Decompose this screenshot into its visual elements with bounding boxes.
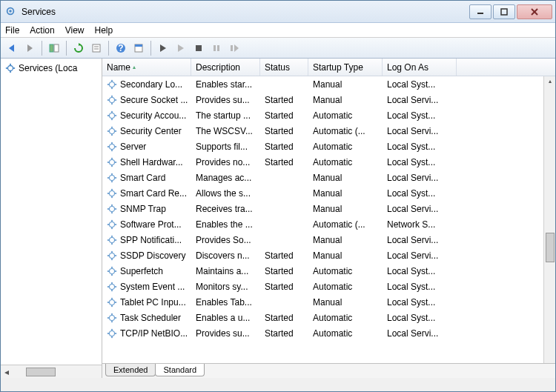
menu-view[interactable]: View bbox=[65, 25, 85, 36]
back-button[interactable] bbox=[4, 40, 20, 56]
service-row[interactable]: Smart CardManages ac...ManualLocal Servi… bbox=[102, 170, 555, 185]
svg-rect-58 bbox=[107, 162, 109, 163]
refresh-button[interactable] bbox=[70, 40, 87, 56]
svg-marker-6 bbox=[9, 44, 14, 52]
svg-rect-37 bbox=[111, 102, 113, 104]
service-row[interactable]: TCP/IP NetBIO...Provides su...StartedAut… bbox=[102, 325, 555, 341]
service-startup: Manual bbox=[308, 233, 383, 247]
svg-point-25 bbox=[8, 66, 13, 71]
service-row[interactable]: Smart Card Re...Allows the s...ManualLoc… bbox=[102, 185, 555, 201]
service-row[interactable]: Security Accou...The startup ...StartedA… bbox=[102, 107, 555, 123]
stop-service-button[interactable] bbox=[173, 40, 189, 56]
svg-rect-23 bbox=[231, 45, 233, 51]
svg-point-45 bbox=[110, 128, 115, 133]
service-description: Discovers n... bbox=[191, 249, 260, 262]
svg-point-60 bbox=[110, 175, 115, 180]
forward-button[interactable] bbox=[21, 40, 38, 56]
service-row[interactable]: Shell Hardwar...Provides no...StartedAut… bbox=[102, 154, 555, 170]
service-status bbox=[260, 207, 308, 210]
tab-standard[interactable]: Standard bbox=[155, 364, 205, 376]
service-logon: Local Servi... bbox=[383, 249, 457, 262]
menu-help[interactable]: Help bbox=[95, 25, 113, 36]
svg-rect-78 bbox=[107, 224, 109, 225]
svg-rect-99 bbox=[115, 286, 116, 288]
minimize-button[interactable] bbox=[469, 4, 492, 19]
svg-rect-109 bbox=[115, 317, 116, 319]
scroll-thumb[interactable] bbox=[26, 368, 56, 376]
service-row[interactable]: Task SchedulerEnables a u...StartedAutom… bbox=[102, 310, 555, 325]
service-row[interactable]: SNMP TrapReceives tra...ManualLocal Serv… bbox=[102, 201, 555, 216]
service-row[interactable]: SSDP DiscoveryDiscovers n...StartedManua… bbox=[102, 248, 555, 263]
svg-rect-73 bbox=[107, 208, 109, 210]
service-row[interactable]: SuperfetchMaintains a...StartedAutomatic… bbox=[102, 263, 555, 279]
sort-asc-icon: ▴ bbox=[133, 64, 136, 70]
svg-rect-79 bbox=[115, 224, 116, 225]
close-button[interactable] bbox=[517, 4, 552, 19]
scroll-left-icon[interactable]: ◂ bbox=[1, 366, 13, 378]
maximize-button[interactable] bbox=[493, 4, 515, 19]
list-vscrollbar[interactable]: ▴ bbox=[543, 76, 555, 363]
menu-file[interactable]: File bbox=[5, 25, 19, 36]
vscroll-thumb[interactable] bbox=[546, 233, 555, 262]
service-row[interactable]: ServerSupports fil...StartedAutomaticLoc… bbox=[102, 139, 555, 154]
gear-icon bbox=[107, 173, 117, 183]
svg-rect-53 bbox=[107, 146, 109, 147]
properties-button[interactable] bbox=[130, 40, 147, 56]
service-startup: Automatic bbox=[308, 156, 383, 169]
service-row[interactable]: Tablet PC Inpu...Enables Tab...ManualLoc… bbox=[102, 294, 555, 310]
svg-rect-8 bbox=[50, 44, 53, 52]
service-name: Superfetch bbox=[120, 266, 163, 276]
service-name: Task Scheduler bbox=[120, 313, 181, 323]
service-status: Started bbox=[260, 109, 308, 122]
service-startup: Automatic (... bbox=[308, 124, 383, 138]
col-header-description[interactable]: Description bbox=[191, 59, 260, 76]
svg-text:?: ? bbox=[118, 43, 123, 53]
svg-rect-36 bbox=[111, 95, 113, 96]
service-row[interactable]: System Event ...Monitors sy...StartedAut… bbox=[102, 279, 555, 294]
service-row[interactable]: SPP Notificati...Provides So...ManualLoc… bbox=[102, 232, 555, 248]
service-startup: Automatic bbox=[308, 109, 383, 122]
restart-service-button[interactable] bbox=[226, 40, 242, 56]
resume-service-button[interactable] bbox=[208, 40, 225, 56]
menu-action[interactable]: Action bbox=[30, 25, 54, 36]
gear-icon bbox=[107, 219, 117, 230]
service-row[interactable]: Secondary Lo...Enables star...ManualLoca… bbox=[102, 76, 555, 92]
service-name: Security Center bbox=[120, 126, 182, 136]
service-logon: Local Syst... bbox=[383, 140, 457, 153]
service-name: TCP/IP NetBIO... bbox=[120, 328, 188, 339]
service-row[interactable]: Security CenterThe WSCSV...StartedAutoma… bbox=[102, 123, 555, 139]
gear-icon bbox=[107, 204, 117, 214]
svg-rect-9 bbox=[54, 44, 59, 52]
svg-rect-104 bbox=[115, 302, 116, 303]
gear-icon bbox=[107, 79, 117, 90]
tree-root-item[interactable]: Services (Loca bbox=[2, 62, 101, 75]
service-row[interactable]: Software Prot...Enables the ...Automatic… bbox=[102, 216, 555, 232]
pause-service-button[interactable] bbox=[191, 40, 207, 56]
svg-rect-69 bbox=[115, 193, 116, 194]
col-header-name[interactable]: Name▴ bbox=[102, 59, 191, 76]
help-button[interactable]: ? bbox=[113, 40, 129, 56]
col-header-startup[interactable]: Startup Type bbox=[308, 59, 383, 76]
start-service-button[interactable] bbox=[155, 40, 171, 56]
gear-icon bbox=[107, 282, 117, 292]
list-body[interactable]: Secondary Lo...Enables star...ManualLoca… bbox=[102, 76, 555, 363]
svg-rect-68 bbox=[107, 193, 109, 194]
tab-extended[interactable]: Extended bbox=[105, 364, 156, 376]
svg-point-35 bbox=[110, 97, 115, 102]
col-header-status[interactable]: Status bbox=[260, 59, 308, 76]
service-row[interactable]: Secure Socket ...Provides su...StartedMa… bbox=[102, 92, 555, 107]
scroll-up-icon[interactable]: ▴ bbox=[549, 78, 552, 84]
svg-rect-33 bbox=[107, 84, 109, 85]
service-logon: Local Servi... bbox=[383, 327, 457, 340]
service-startup: Manual bbox=[308, 187, 383, 200]
svg-rect-83 bbox=[107, 239, 109, 241]
service-status: Started bbox=[260, 327, 308, 340]
export-button[interactable] bbox=[88, 40, 105, 56]
col-header-logon[interactable]: Log On As bbox=[383, 59, 457, 76]
service-status: Started bbox=[260, 311, 308, 325]
svg-rect-107 bbox=[111, 320, 113, 322]
show-hide-tree-button[interactable] bbox=[46, 40, 62, 56]
tree-hscrollbar[interactable]: ◂ bbox=[1, 365, 102, 378]
svg-rect-21 bbox=[214, 45, 216, 51]
service-name: Smart Card Re... bbox=[120, 188, 187, 199]
